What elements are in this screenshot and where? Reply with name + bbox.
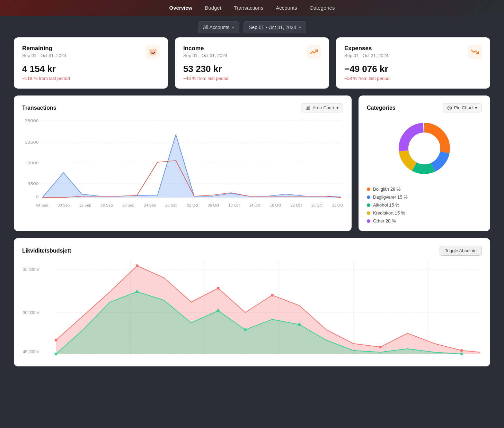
remaining-amount: 4 154 kr	[22, 64, 160, 74]
svg-rect-1	[308, 107, 308, 110]
income-amount: 53 230 kr	[183, 64, 321, 74]
svg-text:0: 0	[36, 195, 39, 199]
legend-item-dagligvarer: Dagligvarer 15 %	[367, 194, 482, 200]
x-label: 28 Sep	[166, 203, 178, 207]
svg-rect-0	[306, 108, 307, 110]
income-icon	[307, 45, 321, 59]
budget-dot	[271, 294, 274, 297]
chart-type-dropdown[interactable]: Area Chart ▾	[301, 103, 343, 112]
budget-dot	[460, 349, 463, 352]
chart-bar-icon	[306, 106, 310, 110]
expenses-date: Sep 01 - Oct 31, 2024	[344, 53, 388, 58]
x-label: 31 Oct	[332, 203, 343, 207]
nav-budget[interactable]: Budget	[205, 5, 221, 11]
budget-dot	[136, 264, 139, 267]
legend-dot-other	[367, 219, 370, 223]
main-nav: Overview Budget Transactions Accounts Ca…	[0, 5, 504, 11]
accounts-label: All Accounts	[203, 25, 229, 30]
accounts-chevron-icon: ▾	[232, 25, 234, 30]
legend-label-alkohol: Alkohol 15 %	[373, 202, 399, 208]
svg-rect-2	[309, 106, 310, 110]
donut-chart	[367, 117, 482, 180]
remaining-change: −118 % from last period	[22, 76, 160, 81]
actual-dot	[217, 309, 220, 312]
x-label: 16 Sep	[101, 203, 113, 207]
budget-panel: Likviditetsbudsjett Toggle Absolute .bud…	[14, 238, 490, 366]
legend-label-other: Other 28 %	[373, 218, 396, 224]
date-range-label: Sep 01 - Oct 31, 2024	[249, 25, 296, 30]
svg-text:9500: 9500	[27, 182, 38, 186]
remaining-title: Remaining	[22, 45, 66, 52]
svg-text:28500: 28500	[25, 140, 38, 145]
expenses-title: Expenses	[344, 45, 388, 52]
remaining-card: Remaining Sep 01 - Oct 31, 2024 🐷 4 154 …	[14, 37, 168, 89]
chart-type-label: Area Chart	[312, 105, 334, 110]
clock-icon	[447, 106, 452, 110]
svg-text:19000: 19000	[25, 161, 38, 165]
income-date: Sep 01 - Oct 31, 2024	[183, 53, 227, 58]
legend-dot-alkohol	[367, 203, 370, 207]
legend-item-other: Other 28 %	[367, 218, 482, 224]
pie-chart-chevron-icon: ▾	[475, 105, 477, 110]
budget-dot	[55, 339, 58, 342]
legend-item-kredittkort: Kredittkort 15 %	[367, 210, 482, 216]
budget-chart-svg: .budget-grid{stroke:#e0e0e0;stroke-width…	[22, 261, 482, 357]
x-label: 06 Oct	[208, 203, 219, 207]
x-label: 08 Sep	[58, 203, 70, 207]
accounts-dropdown[interactable]: All Accounts ▾	[198, 21, 239, 33]
filter-toolbar: All Accounts ▾ Sep 01 - Oct 31, 2024 ▾	[0, 16, 504, 37]
x-label: 02 Oct	[187, 203, 198, 207]
svg-text:30 000 kr: 30 000 kr	[23, 310, 40, 315]
pie-chart-type-dropdown[interactable]: Pie Chart ▾	[443, 103, 482, 112]
x-label: 22 Oct	[291, 203, 302, 207]
main-content: Remaining Sep 01 - Oct 31, 2024 🐷 4 154 …	[0, 37, 504, 380]
x-label: 14 Oct	[249, 203, 260, 207]
x-axis-labels: 04 Sep 08 Sep 12 Sep 16 Sep 20 Sep 24 Se…	[22, 202, 343, 207]
x-label: 12 Sep	[79, 203, 91, 207]
legend-dot-kredittkort	[367, 211, 370, 215]
x-label: 18 Oct	[270, 203, 281, 207]
x-label: 26 Oct	[311, 203, 322, 207]
charts-row: Transactions Area Chart ▾ .grid-line{str…	[14, 95, 490, 231]
remaining-icon: 🐷	[146, 45, 160, 59]
nav-accounts[interactable]: Accounts	[276, 5, 297, 11]
transactions-svg: .grid-line{stroke:#e8e8e8;stroke-width:1…	[22, 117, 343, 200]
toggle-absolute-button[interactable]: Toggle Absolute	[440, 246, 482, 256]
svg-text:38000: 38000	[25, 119, 38, 123]
transactions-chart-area: .grid-line{stroke:#e8e8e8;stroke-width:1…	[22, 117, 343, 214]
expenses-card: Expenses Sep 01 - Oct 31, 2024 −49 076 k…	[336, 37, 490, 89]
budget-dot	[379, 346, 382, 348]
legend-label-dagligvarer: Dagligvarer 15 %	[373, 194, 408, 200]
x-label: 04 Sep	[36, 203, 48, 207]
income-card: Income Sep 01 - Oct 31, 2024 53 230 kr −…	[175, 37, 329, 89]
actual-dot	[298, 323, 301, 326]
nav-overview[interactable]: Overview	[169, 5, 193, 11]
income-change: −43 % from last period	[183, 76, 321, 81]
legend-item-boliglan: Boliglån 28 %	[367, 186, 482, 192]
svg-point-20	[408, 133, 440, 164]
transactions-panel-title: Transactions	[22, 105, 56, 111]
legend-dot-dagligvarer	[367, 195, 370, 199]
app-header: Overview Budget Transactions Accounts Ca…	[0, 0, 504, 16]
x-label: 10 Oct	[228, 203, 239, 207]
categories-legend: Boliglån 28 % Dagligvarer 15 % Alkohol 1…	[367, 186, 482, 224]
date-range-dropdown[interactable]: Sep 01 - Oct 31, 2024 ▾	[244, 21, 306, 33]
expenses-icon	[468, 45, 482, 59]
nav-categories[interactable]: Categories	[310, 5, 335, 11]
actual-dot	[244, 328, 247, 331]
actual-dot	[136, 290, 139, 293]
legend-dot-boliglan	[367, 188, 370, 191]
remaining-date: Sep 01 - Oct 31, 2024	[22, 53, 66, 58]
legend-item-alkohol: Alkohol 15 %	[367, 202, 482, 208]
expenses-amount: −49 076 kr	[344, 64, 482, 74]
legend-label-kredittkort: Kredittkort 15 %	[373, 210, 405, 216]
summary-cards: Remaining Sep 01 - Oct 31, 2024 🐷 4 154 …	[14, 37, 490, 89]
actual-dot	[460, 353, 463, 355]
date-range-chevron-icon: ▾	[299, 25, 301, 30]
nav-transactions[interactable]: Transactions	[234, 5, 263, 11]
pie-chart-type-label: Pie Chart	[454, 105, 473, 110]
donut-svg	[393, 117, 456, 180]
legend-label-boliglan: Boliglån 28 %	[373, 186, 401, 192]
categories-panel-title: Categories	[367, 105, 396, 111]
budget-panel-title: Likviditetsbudsjett	[22, 248, 71, 254]
